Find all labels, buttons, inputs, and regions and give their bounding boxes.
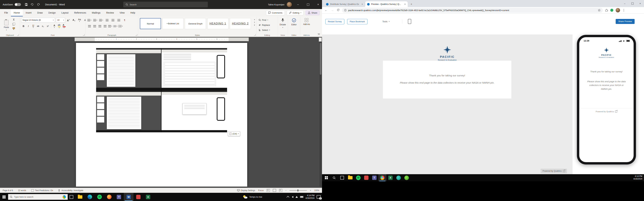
powered-by-qualtrics-link[interactable]: Powered by Qualtrics <box>579 108 634 113</box>
maximize-button[interactable] <box>628 0 636 7</box>
style-bulleted-list[interactable]: • Bulleted List <box>162 18 184 29</box>
app-icon-red[interactable] <box>134 193 143 201</box>
zoom-in-button[interactable]: + <box>310 189 311 192</box>
address-bar[interactable]: pacificresearch.qualtrics.com/jfe/previe… <box>342 8 603 13</box>
ribbon-tab-mailings[interactable]: Mailings <box>89 9 103 16</box>
tab-close-icon[interactable]: × <box>362 3 363 5</box>
ribbon-tab-layout[interactable]: Layout <box>58 9 71 16</box>
underline-button[interactable]: U▾ <box>31 24 36 28</box>
styles-gallery-more-button[interactable]: ▾ <box>254 24 255 26</box>
show-desktop-button[interactable] <box>643 174 644 181</box>
pasted-screenshot-image[interactable] <box>96 48 227 132</box>
comments-button[interactable]: Comments <box>266 10 285 15</box>
align-center-button[interactable] <box>92 24 97 28</box>
change-case-button[interactable]: Aa▾ <box>77 18 82 22</box>
align-right-button[interactable] <box>97 24 102 28</box>
display-settings-button[interactable]: Display Settings <box>237 189 255 192</box>
ribbon-tab-review[interactable]: Review <box>103 9 117 16</box>
multilevel-list-button[interactable]: ▾ <box>98 18 104 22</box>
mobile-view-toggle[interactable] <box>407 18 412 24</box>
app-icon-teal[interactable] <box>394 174 402 181</box>
ribbon-tab-design[interactable]: Design <box>46 9 59 16</box>
site-info-icon[interactable] <box>344 9 346 11</box>
task-view-button[interactable] <box>338 174 346 181</box>
network-icon[interactable] <box>296 196 298 198</box>
web-layout-button[interactable] <box>279 189 282 192</box>
autosave-toggle[interactable] <box>14 3 21 6</box>
focus-button[interactable]: Focus <box>258 189 264 192</box>
restore-button[interactable] <box>304 0 312 9</box>
battery-icon[interactable] <box>300 196 304 198</box>
action-center-button[interactable]: 22 <box>317 195 321 199</box>
minimize-button[interactable]: – <box>294 0 302 9</box>
editing-mode-button[interactable]: Editing ▾ <box>287 10 304 15</box>
style-heading-2[interactable]: HEADING 2 <box>230 18 251 29</box>
page-indicator[interactable]: Page 6 of 6 <box>3 189 13 192</box>
font-dialog-launcher[interactable] <box>83 34 84 36</box>
edge-icon[interactable] <box>85 193 94 201</box>
ribbon-tab-file[interactable]: File <box>1 9 11 16</box>
extensions-puzzle-icon[interactable] <box>605 9 608 12</box>
clipboard-dialog-launcher[interactable] <box>17 34 19 36</box>
font-color-button[interactable]: A▾ <box>62 24 66 28</box>
restart-survey-button[interactable]: Restart Survey <box>325 19 344 24</box>
user-avatar[interactable] <box>287 2 292 7</box>
vertical-scrollbar[interactable] <box>320 42 322 187</box>
ribbon-tab-help[interactable]: Help <box>128 9 138 16</box>
hidden-icons-chevron[interactable] <box>286 196 289 199</box>
tab-preview-survey[interactable]: Preview - Qualtrics Survey | Q... × <box>365 1 408 7</box>
redo-icon[interactable] <box>36 1 42 7</box>
decrease-indent-button[interactable] <box>104 18 110 22</box>
app-icon-red[interactable] <box>362 174 370 181</box>
style-heading-1[interactable]: HEADING 1 <box>207 18 228 29</box>
scrollbar-thumb[interactable] <box>320 43 321 75</box>
ribbon-tab-home[interactable]: Home <box>11 9 23 16</box>
taskbar-search-box[interactable]: Type here to search <box>8 194 68 200</box>
account-name[interactable]: Taline Kuyumjian <box>268 3 284 6</box>
paragraph-dialog-launcher[interactable] <box>136 34 137 36</box>
start-button[interactable] <box>323 174 330 181</box>
bold-button[interactable]: B <box>21 24 26 28</box>
word-count[interactable]: 22 words <box>18 189 26 192</box>
borders-button[interactable]: ▾ <box>118 24 123 28</box>
back-button[interactable]: ← <box>324 8 328 12</box>
paste-button[interactable]: Paste ▾ <box>2 18 11 33</box>
extension-icon[interactable] <box>610 9 613 12</box>
share-preview-button[interactable]: Share Preview <box>616 19 634 24</box>
minimize-button[interactable]: – <box>621 0 628 7</box>
tab-distribute-survey[interactable]: Distribute Survey | Qualtrics Ex × <box>324 1 365 7</box>
undo-icon[interactable] <box>29 1 36 7</box>
print-layout-button[interactable] <box>273 189 276 192</box>
ribbon-tab-references[interactable]: References <box>71 9 89 16</box>
grow-font-button[interactable]: A˄ <box>66 18 71 22</box>
increase-indent-button[interactable] <box>110 18 116 22</box>
ribbon-tab-draw[interactable]: Draw <box>34 9 46 16</box>
place-bookmark-button[interactable]: Place Bookmark <box>347 19 368 24</box>
powered-by-qualtrics-badge[interactable]: Powered by Qualtrics <box>540 169 567 173</box>
font-size-combobox[interactable]: 10▾ <box>56 18 65 22</box>
ribbon-tab-view[interactable]: View <box>117 9 128 16</box>
spotify-icon[interactable] <box>94 193 104 201</box>
dictate-button[interactable]: Dictate ▾ <box>278 18 288 28</box>
ribbon-tab-insert[interactable]: Insert <box>23 9 34 16</box>
profile-avatar[interactable] <box>616 8 620 12</box>
word-search-box[interactable]: Search <box>123 2 208 7</box>
teams-icon[interactable]: T <box>370 174 378 181</box>
app-icon-green[interactable] <box>402 174 410 181</box>
accessibility-status[interactable]: Accessibility: Investigate <box>58 189 83 192</box>
firefox-icon[interactable] <box>104 193 114 201</box>
task-view-button[interactable] <box>68 193 75 201</box>
volume-icon[interactable] <box>292 196 293 198</box>
close-button[interactable]: × <box>636 0 644 7</box>
file-explorer-icon[interactable] <box>346 174 354 181</box>
zoom-level[interactable]: 100% <box>314 189 319 192</box>
highlight-color-button[interactable]: ab▾ <box>57 24 62 28</box>
subscript-button[interactable]: x₂ <box>40 24 45 28</box>
styles-dialog-launcher[interactable] <box>254 34 256 36</box>
justify-button[interactable] <box>102 24 108 28</box>
spotify-icon[interactable] <box>354 174 362 181</box>
superscript-button[interactable]: x² <box>46 24 50 28</box>
show-formatting-marks-button[interactable]: ¶ <box>122 18 127 22</box>
addins-button[interactable]: Add-ins <box>300 18 313 25</box>
share-button[interactable]: Share <box>306 10 320 15</box>
